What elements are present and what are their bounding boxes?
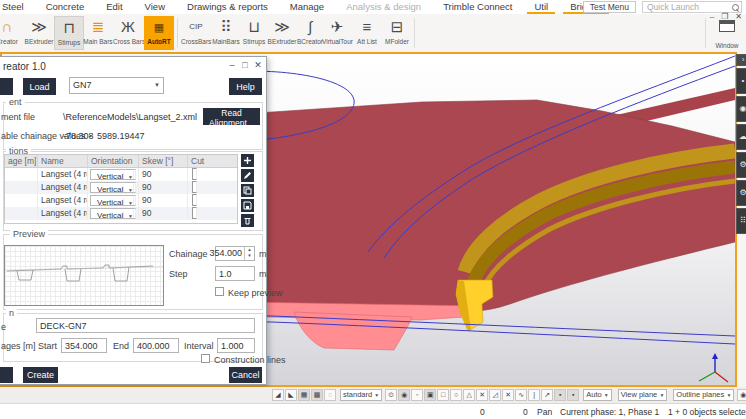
start-input[interactable]: 354.000 bbox=[61, 338, 107, 353]
orientation-dropdown[interactable]: Vertical▼ bbox=[90, 208, 136, 219]
preview-chainage-spinner[interactable]: 354.000 ▲▼ bbox=[215, 246, 255, 261]
snap-icon[interactable]: ▦ bbox=[298, 389, 310, 401]
snap-intersection-icon[interactable]: ✕ bbox=[476, 389, 488, 401]
settings-icon[interactable]: ⚙ bbox=[736, 180, 746, 206]
cut-checkbox[interactable] bbox=[192, 194, 197, 206]
snap-icon[interactable]: ◦ bbox=[411, 389, 423, 401]
reference-icon[interactable]: ◉ bbox=[736, 96, 746, 122]
applications-components-icon[interactable]: ⠿ bbox=[736, 208, 746, 234]
dialog-maximize-icon[interactable]: □ bbox=[239, 60, 251, 70]
create-button[interactable]: Create bbox=[23, 367, 58, 383]
orientation-dropdown[interactable]: Vertical▼ bbox=[90, 195, 136, 206]
gear-icon[interactable]: ⚙ bbox=[736, 152, 746, 178]
save-row-button[interactable] bbox=[241, 199, 254, 212]
snap-icon[interactable]: ◣ bbox=[285, 389, 297, 401]
search-icon[interactable] bbox=[732, 4, 739, 11]
ribbon-button-mfolder[interactable]: ⊟ MFolder bbox=[382, 16, 412, 50]
load-button[interactable]: Load bbox=[23, 78, 56, 95]
snap-icon[interactable]: ▩ bbox=[311, 389, 323, 401]
ok-button[interactable] bbox=[0, 367, 13, 383]
snap-perpendicular-icon[interactable]: ◿ bbox=[489, 389, 501, 401]
ribbon-button-bextruder-2[interactable]: ≫ BExtruder bbox=[267, 16, 297, 50]
help-button[interactable]: Help bbox=[229, 78, 262, 95]
keep-preview-label: Keep preview bbox=[228, 288, 283, 298]
table-row[interactable]: Langset (4 refs) Vertical▼ 90 bbox=[5, 194, 237, 207]
profile-dropdown[interactable]: GN7 ▼ bbox=[69, 77, 164, 94]
snap-icon[interactable]: ◢ bbox=[272, 389, 284, 401]
preview-step-input[interactable]: 1.0 bbox=[215, 266, 255, 281]
ribbon-toolbar: – ❐ ✕ ∩ Creator ≫ BExtruder ⊓ Stirrups ≣… bbox=[0, 14, 746, 52]
dialog-close-icon[interactable]: ✕ bbox=[252, 60, 264, 70]
dialog-title-bar[interactable]: reator 1.0 – □ ✕ bbox=[0, 57, 266, 75]
snap-center-icon[interactable]: ○ bbox=[450, 389, 462, 401]
menu-util[interactable]: Util bbox=[523, 0, 559, 14]
cancel-button[interactable]: Cancel bbox=[229, 367, 262, 383]
cut-checkbox[interactable] bbox=[192, 181, 197, 193]
menu-drawings-reports[interactable]: Drawings & reports bbox=[176, 0, 279, 14]
sections-table[interactable]: age [m] Name Orientation Skew [°] Cut La… bbox=[4, 154, 238, 224]
outline-planes-dropdown[interactable]: Outline planes ▼ bbox=[673, 389, 734, 401]
save-button[interactable] bbox=[0, 78, 13, 95]
name-input[interactable]: DECK-GN7 bbox=[36, 318, 255, 333]
dialog-minimize-icon[interactable]: – bbox=[226, 60, 238, 70]
cross-section-preview-canvas[interactable] bbox=[4, 245, 164, 306]
ribbon-button-virtualtour[interactable]: ✈ VirtualTour bbox=[322, 16, 352, 50]
construction-lines-checkbox[interactable] bbox=[201, 354, 210, 363]
table-row[interactable]: Langset (4 refs) Vertical▼ 90 bbox=[5, 168, 237, 181]
snap-settings-dropdown[interactable]: standard ▼ bbox=[340, 389, 382, 401]
ribbon-button-bcreator[interactable]: ∩ Creator bbox=[0, 16, 22, 50]
ribbon-button-mainbars[interactable]: ⠿ MainBars bbox=[211, 16, 241, 50]
table-row[interactable]: Langset (4 refs) Vertical▼ 90 bbox=[5, 207, 237, 220]
menu-concrete[interactable]: Concrete bbox=[35, 0, 96, 14]
ribbon-button-stirrups[interactable]: ⊓ Stirrups bbox=[54, 16, 84, 50]
menu-edit[interactable]: Edit bbox=[95, 0, 133, 14]
orientation-dropdown[interactable]: Vertical▼ bbox=[90, 169, 136, 180]
eye-icon[interactable]: ◉ bbox=[737, 389, 746, 401]
ribbon-button-att-list[interactable]: ≡ Att List bbox=[352, 16, 382, 50]
cloud-icon[interactable]: ☁ bbox=[736, 124, 746, 150]
snap-midpoint-icon[interactable]: △ bbox=[463, 389, 475, 401]
snap-depth-dropdown[interactable]: Auto ▼ bbox=[583, 389, 611, 401]
cut-checkbox[interactable] bbox=[192, 207, 197, 219]
end-input[interactable]: 400.000 bbox=[133, 338, 179, 353]
edit-row-button[interactable] bbox=[241, 169, 254, 182]
menu-trimble-connect[interactable]: Trimble Connect bbox=[432, 0, 523, 14]
read-alignment-button[interactable]: Read Alignment... bbox=[203, 108, 260, 125]
snap-toggle-icon[interactable]: ▪ bbox=[567, 389, 579, 401]
menu-view[interactable]: View bbox=[134, 0, 176, 14]
ribbon-button-bextruder[interactable]: ≫ BExtruder bbox=[24, 16, 54, 50]
orientation-dropdown[interactable]: Vertical▼ bbox=[90, 182, 136, 193]
table-row[interactable]: Langset (4 refs) Vertical▼ 90 bbox=[5, 181, 237, 194]
menu-analysis-design[interactable]: Analysis & design bbox=[335, 0, 432, 14]
properties-icon[interactable]: • bbox=[736, 68, 746, 94]
menu-steel[interactable]: Steel bbox=[0, 0, 35, 14]
view-plane-dropdown[interactable]: View plane ▼ bbox=[618, 389, 668, 401]
collapse-arrow-icon[interactable]: › bbox=[736, 54, 746, 66]
ribbon-button-window[interactable]: Window bbox=[710, 18, 744, 52]
snap-line-icon[interactable]: | bbox=[528, 389, 540, 401]
ribbon-button-main-bars[interactable]: ≣ Main Bars bbox=[83, 16, 113, 50]
delete-row-button[interactable] bbox=[241, 214, 254, 227]
add-row-button[interactable] bbox=[241, 154, 254, 167]
snap-point-icon[interactable]: ▣ bbox=[424, 389, 436, 401]
snap-icon[interactable]: ⊙ bbox=[385, 389, 397, 401]
zoom-icon[interactable]: ◌ bbox=[324, 389, 336, 401]
ribbon-button-cross-bars[interactable]: Ж Cross Bars bbox=[113, 16, 143, 50]
keep-preview-checkbox[interactable] bbox=[215, 287, 224, 296]
ribbon-button-cip-crossbars[interactable]: CIP CrossBars bbox=[181, 16, 211, 50]
snap-endpoint-icon[interactable]: □ bbox=[437, 389, 449, 401]
ribbon-button-bcreator-2[interactable]: ∫ BCreator bbox=[295, 16, 325, 50]
snap-any-icon[interactable]: ↗ bbox=[541, 389, 553, 401]
snap-toggle-icon[interactable]: ▪ bbox=[554, 389, 566, 401]
snap-icon[interactable]: ◉ bbox=[398, 389, 410, 401]
spinner-arrows-icon[interactable]: ▲▼ bbox=[244, 247, 254, 260]
ribbon-button-stirrups-2[interactable]: ⊔ Stirrups bbox=[239, 16, 269, 50]
cut-checkbox[interactable] bbox=[192, 168, 197, 180]
snap-nearest-icon[interactable]: ∿ bbox=[515, 389, 527, 401]
menu-manage[interactable]: Manage bbox=[279, 0, 335, 14]
interval-input[interactable]: 1.000 bbox=[217, 338, 255, 353]
copy-row-button[interactable] bbox=[241, 184, 254, 197]
snap-extension-icon[interactable]: ✕ bbox=[502, 389, 514, 401]
ribbon-button-autort[interactable]: ▦ AutoRT bbox=[144, 16, 174, 50]
test-menu-button[interactable]: Test Menu bbox=[583, 1, 636, 13]
